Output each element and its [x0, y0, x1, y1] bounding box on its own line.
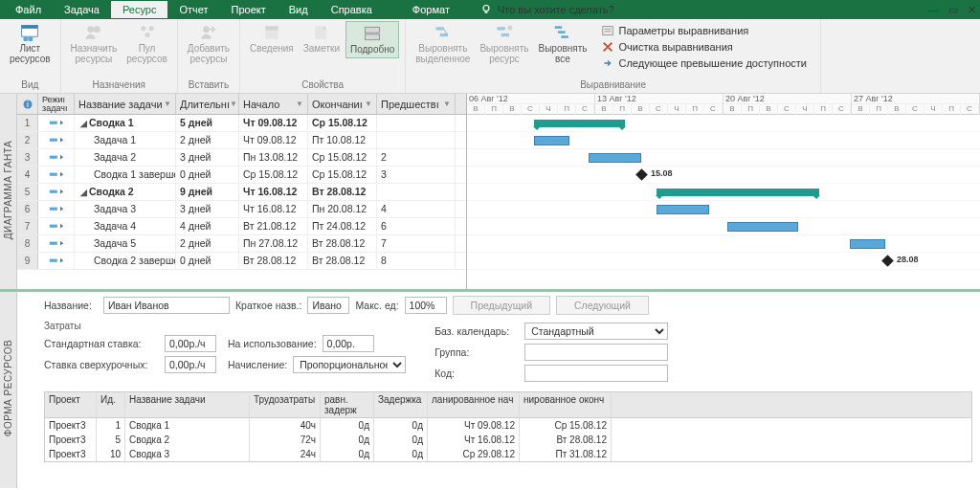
auto-schedule-icon: [49, 222, 64, 232]
task-bar[interactable]: [534, 136, 569, 145]
group-field[interactable]: [524, 344, 668, 361]
name-label: Название:: [44, 300, 98, 311]
tab-help[interactable]: Справка: [320, 1, 384, 18]
gantt-chart[interactable]: 06 Авг '12ВПВСЧПС13 Авг '12ВПВСЧПС20 Авг…: [467, 94, 980, 289]
svg-point-9: [145, 33, 149, 37]
gantt-view-label[interactable]: ДИАГРАММА ГАНТА: [0, 94, 17, 289]
level-resource-button[interactable]: Выровнять ресурс: [476, 21, 532, 73]
svg-point-5: [87, 26, 94, 33]
minimize-icon[interactable]: —: [928, 4, 939, 16]
max-label: Макс. ед:: [355, 300, 398, 311]
milestone[interactable]: [881, 255, 894, 267]
col-mode[interactable]: Режиı задачı: [38, 94, 75, 114]
info-icon: i: [22, 99, 33, 110]
level-all-button[interactable]: Выровнять все: [534, 21, 590, 73]
col-end[interactable]: Окончаниı▼: [308, 94, 377, 114]
resource-form-pane: ФОРМА РЕСУРСОВ Название: Краткое назв.: …: [0, 289, 980, 488]
svg-rect-33: [49, 224, 56, 227]
grid-header: i Режиı задачı Название задачи▼ Длительн…: [17, 94, 466, 115]
task-bar[interactable]: [589, 153, 641, 163]
tab-file[interactable]: Файл: [4, 1, 53, 18]
level-selection-button[interactable]: Выровнять выделенное: [412, 21, 474, 73]
table-row[interactable]: 3Задача 23 днейПн 13.08.12Ср 15.08.122: [17, 149, 466, 167]
next-overallocation-button[interactable]: Следующее превышение доступности: [597, 56, 811, 71]
form-view-label[interactable]: ФОРМА РЕСУРСОВ: [0, 292, 17, 488]
task-bar[interactable]: [657, 205, 709, 214]
table-row[interactable]: 4Сводка 1 завершена0 днейСр 15.08.12Ср 1…: [17, 167, 466, 184]
task-bar[interactable]: [850, 239, 885, 249]
code-field[interactable]: [524, 365, 668, 382]
previous-button[interactable]: Предыдущий: [453, 296, 550, 315]
svg-rect-12: [265, 26, 278, 30]
window-controls: — ▭ ✕: [928, 4, 976, 16]
svg-rect-34: [49, 241, 56, 244]
assign-resources-button[interactable]: Назначить ресурсы: [67, 21, 122, 66]
close-icon[interactable]: ✕: [968, 4, 976, 16]
tab-report[interactable]: Отчет: [167, 1, 219, 18]
col-pred[interactable]: Предшествı▼: [377, 94, 456, 114]
assignment-table[interactable]: ПроектИд.Название задачиТрудозатратыравн…: [44, 391, 972, 462]
col-indicator[interactable]: i: [17, 94, 38, 114]
svg-text:i: i: [27, 100, 29, 109]
tab-resource[interactable]: Ресурс: [111, 1, 167, 18]
svg-rect-31: [49, 189, 56, 192]
table-row[interactable]: 5◢Сводка 29 днейЧт 16.08.12Вт 28.08.12: [17, 184, 466, 201]
col-start[interactable]: Начало▼: [239, 94, 308, 114]
max-units-field[interactable]: [405, 297, 447, 314]
clear-leveling-button[interactable]: Очистка выравнивания: [597, 39, 811, 55]
table-row[interactable]: 7Задача 44 днейВт 21.08.12Пт 24.08.126: [17, 218, 466, 235]
add-resources-button[interactable]: Добавить ресурсы: [184, 21, 234, 66]
svg-rect-14: [366, 27, 380, 33]
task-bar[interactable]: [727, 222, 798, 232]
leveling-options-button[interactable]: Параметры выравнивания: [597, 23, 811, 38]
information-button[interactable]: Сведения: [246, 21, 298, 58]
notes-button[interactable]: Заметки: [300, 21, 344, 58]
resource-pool-button[interactable]: Пул ресурсов: [122, 21, 171, 66]
table-row[interactable]: 1◢Сводка 15 днейЧт 09.08.12Ср 15.08.12: [17, 115, 466, 132]
per-use-field[interactable]: [323, 335, 374, 352]
svg-point-10: [203, 26, 210, 33]
table-row[interactable]: 9Сводка 2 завершена0 днейВт 28.08.12Вт 2…: [17, 253, 466, 270]
svg-rect-21: [555, 26, 563, 29]
task-grid[interactable]: i Режиı задачı Название задачи▼ Длительн…: [17, 94, 467, 289]
next-button[interactable]: Следующий: [556, 296, 649, 315]
tab-project[interactable]: Проект: [220, 1, 278, 18]
name-field[interactable]: [103, 297, 230, 314]
ovt-rate-field[interactable]: [165, 356, 216, 373]
short-field[interactable]: [307, 297, 349, 314]
table-row[interactable]: Проект310Сводка 324ч0д0дСр 29.08.12Пт 31…: [45, 447, 971, 461]
milestone[interactable]: [635, 168, 648, 181]
col-duration[interactable]: Длительнı▼: [176, 94, 239, 114]
level-res-icon: [495, 23, 514, 42]
tab-task[interactable]: Задача: [53, 1, 111, 18]
summary-bar[interactable]: [657, 189, 819, 196]
details-button[interactable]: Подробно: [345, 21, 399, 58]
svg-point-6: [94, 26, 100, 33]
tell-me[interactable]: Что вы хотите сделать?: [480, 4, 614, 15]
svg-rect-32: [49, 207, 56, 210]
options-icon: [601, 24, 614, 37]
maximize-icon[interactable]: ▭: [948, 4, 958, 16]
summary-bar[interactable]: [534, 120, 625, 127]
tab-format[interactable]: Формат: [401, 1, 461, 18]
people-icon: [84, 23, 103, 42]
auto-schedule-icon: [49, 170, 64, 180]
auto-schedule-icon: [49, 136, 64, 145]
table-row[interactable]: 6Задача 33 днейЧт 16.08.12Пн 20.08.124: [17, 201, 466, 218]
svg-rect-19: [501, 33, 509, 36]
auto-schedule-icon: [49, 205, 64, 214]
add-person-icon: [199, 23, 218, 42]
std-rate-field[interactable]: [165, 335, 216, 352]
calendar-select[interactable]: Стандартный: [524, 323, 668, 340]
table-row[interactable]: Проект35Сводка 272ч0д0дЧт 16.08.12Вт 28.…: [45, 433, 971, 447]
tab-view[interactable]: Вид: [278, 1, 320, 18]
table-row[interactable]: 8Задача 52 днейПн 27.08.12Вт 28.08.127: [17, 235, 466, 253]
col-name[interactable]: Название задачи▼: [75, 94, 176, 114]
table-row[interactable]: 2Задача 12 днейЧт 09.08.12Пт 10.08.12: [17, 132, 466, 149]
table-row[interactable]: Проект31Сводка 140ч0д0дЧт 09.08.12Ср 15.…: [45, 418, 971, 433]
gantt-bars: 15.08 28.08: [467, 115, 980, 270]
resource-sheet-button[interactable]: Лист ресурсов: [6, 21, 55, 66]
accrual-select[interactable]: Пропорциональное: [293, 356, 406, 373]
svg-rect-35: [49, 258, 56, 261]
svg-point-7: [141, 26, 145, 31]
